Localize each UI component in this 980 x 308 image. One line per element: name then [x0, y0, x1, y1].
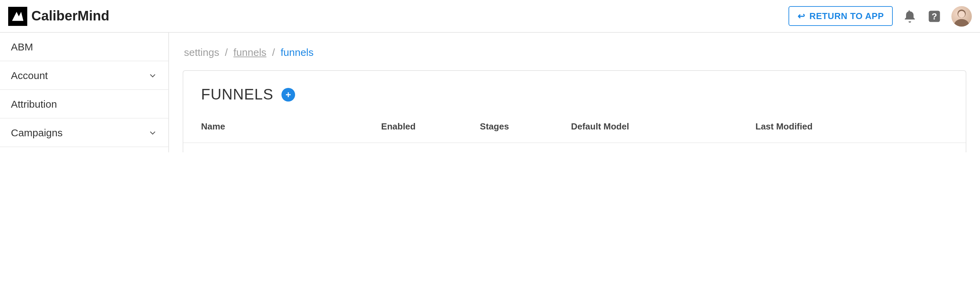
- sidebar-item-account[interactable]: Account: [0, 61, 168, 90]
- sidebar-item-label: Account: [11, 70, 48, 81]
- sidebar-item-label: Attribution: [11, 98, 57, 110]
- return-to-app-button[interactable]: ↩ RETURN TO APP: [789, 6, 893, 26]
- breadcrumb-funnels-link[interactable]: funnels: [234, 46, 266, 58]
- col-stages: Stages: [462, 110, 553, 143]
- sidebar-item-label: Campaigns: [11, 127, 63, 138]
- return-label: RETURN TO APP: [809, 11, 884, 21]
- svg-text:?: ?: [932, 11, 937, 21]
- col-name: Name: [183, 110, 364, 143]
- sidebar-item-channel[interactable]: Channel: [0, 147, 168, 152]
- return-arrow-icon: ↩: [798, 11, 805, 21]
- breadcrumb: settings / funnels / funnels: [184, 46, 966, 58]
- svg-point-5: [958, 11, 965, 17]
- row-actions-menu[interactable]: [928, 143, 966, 152]
- col-last-modified: Last Modified: [738, 110, 928, 143]
- notifications-icon[interactable]: [902, 8, 917, 24]
- user-avatar[interactable]: [951, 6, 972, 26]
- add-funnel-button[interactable]: [282, 88, 295, 102]
- svg-point-4: [954, 19, 969, 26]
- funnels-table: Name Enabled Stages Default Model Last M…: [183, 110, 966, 152]
- svg-marker-0: [12, 11, 23, 21]
- cell-enabled: true: [364, 143, 462, 152]
- brand-name: CaliberMind: [31, 8, 110, 24]
- cell-stages: 7: [462, 143, 553, 152]
- funnels-card: FUNNELS Name Enabled Stages Default Mode…: [183, 70, 966, 152]
- brand-logo: [8, 6, 27, 25]
- cell-default-model: [554, 143, 738, 152]
- page-title: FUNNELS: [201, 86, 273, 103]
- breadcrumb-root: settings: [184, 46, 219, 58]
- chevron-down-icon: [148, 70, 158, 80]
- sidebar: ABM Account Attribution Campaigns Channe…: [0, 33, 169, 152]
- table-row: CT Funnel w Exit true 7 2022-11-22 03:53…: [183, 143, 966, 152]
- col-default-model: Default Model: [554, 110, 738, 143]
- sidebar-item-label: ABM: [11, 41, 33, 52]
- sidebar-item-attribution[interactable]: Attribution: [0, 90, 168, 119]
- sidebar-item-campaigns[interactable]: Campaigns: [0, 119, 168, 147]
- cell-last-modified: 2022-11-22 03:53 PM: [738, 143, 928, 152]
- sidebar-item-abm[interactable]: ABM: [0, 33, 168, 61]
- main-content: settings / funnels / funnels FUNNELS N: [169, 33, 980, 152]
- chevron-down-icon: [148, 128, 158, 137]
- col-enabled: Enabled: [364, 110, 462, 143]
- help-icon[interactable]: ?: [927, 8, 942, 24]
- breadcrumb-current: funnels: [281, 46, 314, 58]
- topbar: CaliberMind ↩ RETURN TO APP ?: [0, 0, 980, 33]
